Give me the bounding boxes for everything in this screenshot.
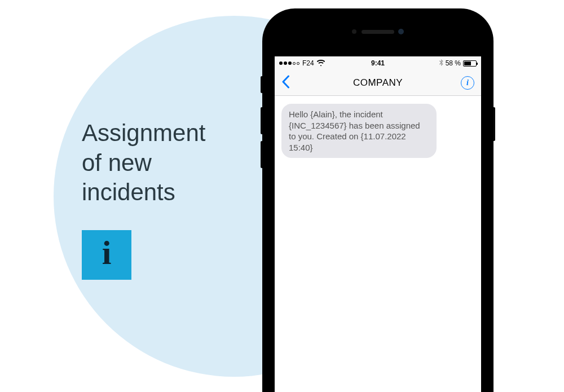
status-left: F24 [279,59,325,68]
bluetooth-icon [439,59,443,67]
phone-device-frame: F24 9:41 58 % COMPANY [262,8,493,392]
phone-volume-up [261,107,262,134]
phone-bezel: F24 9:41 58 % COMPANY [270,16,486,392]
phone-speaker [362,30,394,34]
info-icon: i [102,236,112,270]
phone-sensor [352,29,356,34]
battery-icon [463,60,477,67]
phone-silence-switch [261,76,262,93]
info-icon: i [466,78,469,87]
info-tile: i [82,230,131,280]
incoming-message-bubble[interactable]: Hello {Alain}, the incident {INC_1234567… [281,104,437,158]
status-time: 9:41 [371,59,385,67]
phone-power-button [493,107,495,141]
battery-percent: 58 % [446,59,461,67]
nav-title: COMPANY [353,77,403,89]
message-text: Hello {Alain}, the incident {INC_1234567… [289,109,420,152]
status-bar: F24 9:41 58 % [275,56,481,70]
page-heading: Assignmentof newincidents [82,118,205,208]
back-button[interactable] [281,74,289,91]
status-right: 58 % [439,59,477,67]
nav-bar: COMPANY i [275,70,481,96]
wifi-icon [317,59,325,68]
signal-strength-icon [279,61,299,65]
phone-volume-down [261,141,262,168]
phone-screen: F24 9:41 58 % COMPANY [275,56,481,392]
heading-text: Assignmentof newincidents [82,120,205,205]
messages-area[interactable]: Hello {Alain}, the incident {INC_1234567… [275,96,481,166]
contact-info-button[interactable]: i [461,76,474,90]
carrier-label: F24 [302,59,314,67]
phone-front-camera [398,29,404,34]
